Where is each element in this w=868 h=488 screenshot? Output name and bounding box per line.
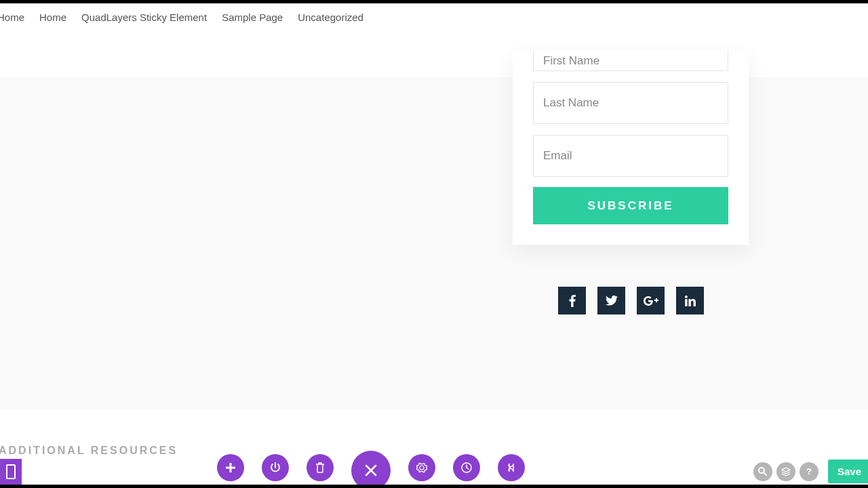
top-nav: Home Home QuadLayers Sticky Element Samp… <box>0 3 868 31</box>
content-area: SUBSCRIBE <box>0 77 868 409</box>
nav-sample-page[interactable]: Sample Page <box>222 12 283 23</box>
layers-icon <box>781 467 791 476</box>
search-button[interactable] <box>753 462 772 481</box>
wireframe-icon <box>507 462 516 473</box>
wireframe-button[interactable] <box>498 454 525 481</box>
trash-button[interactable] <box>307 454 334 481</box>
gear-icon <box>416 462 427 473</box>
search-icon <box>758 467 767 476</box>
power-button[interactable] <box>262 454 289 481</box>
builder-toolbar <box>217 451 525 485</box>
first-name-input[interactable] <box>533 51 728 71</box>
nav-uncategorized[interactable]: Uncategorized <box>298 12 363 23</box>
social-row <box>558 287 704 314</box>
facebook-icon <box>569 295 576 307</box>
trash-icon <box>315 462 325 473</box>
close-icon <box>364 464 378 477</box>
googleplus-icon <box>644 296 658 306</box>
nav-quadlayers[interactable]: QuadLayers Sticky Element <box>81 12 207 23</box>
email-input[interactable] <box>533 135 728 177</box>
twitter-button[interactable] <box>597 287 625 314</box>
device-toggle-button[interactable] <box>0 459 22 485</box>
layers-button[interactable] <box>776 462 795 481</box>
nav-home-1[interactable]: Home <box>0 12 24 23</box>
facebook-button[interactable] <box>558 287 586 314</box>
right-tools: ? Save <box>753 460 868 483</box>
power-icon <box>270 462 281 473</box>
subscribe-button[interactable]: SUBSCRIBE <box>533 187 728 224</box>
linkedin-button[interactable] <box>676 287 704 314</box>
twitter-icon <box>606 296 618 306</box>
googleplus-button[interactable] <box>637 287 665 314</box>
nav-home-2[interactable]: Home <box>39 12 66 23</box>
last-name-input[interactable] <box>533 82 728 124</box>
subscribe-card: SUBSCRIBE <box>513 51 749 245</box>
bottom-border <box>0 485 868 488</box>
help-button[interactable]: ? <box>800 462 818 481</box>
history-button[interactable] <box>453 454 480 481</box>
linkedin-icon <box>685 296 696 306</box>
clock-icon <box>461 462 472 473</box>
builder-bottom-bar: ? Save <box>0 452 868 485</box>
settings-button[interactable] <box>408 454 435 481</box>
add-button[interactable] <box>217 454 244 481</box>
plus-icon <box>226 463 235 472</box>
save-button[interactable]: Save <box>828 460 868 483</box>
question-icon: ? <box>806 466 812 476</box>
close-builder-button[interactable] <box>351 451 391 488</box>
